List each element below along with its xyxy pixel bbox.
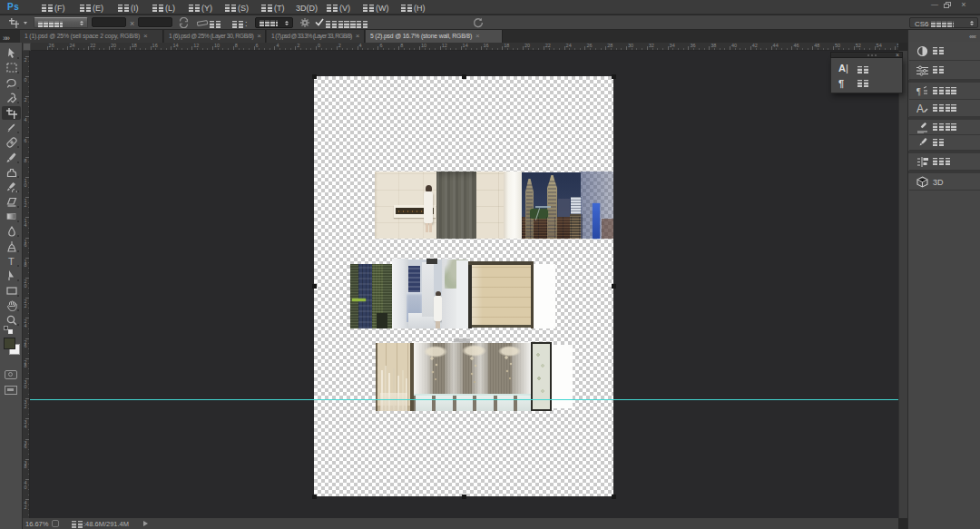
svg-text:A: A xyxy=(916,103,924,114)
svg-text:¶: ¶ xyxy=(916,86,921,96)
svg-text:T: T xyxy=(8,256,15,266)
